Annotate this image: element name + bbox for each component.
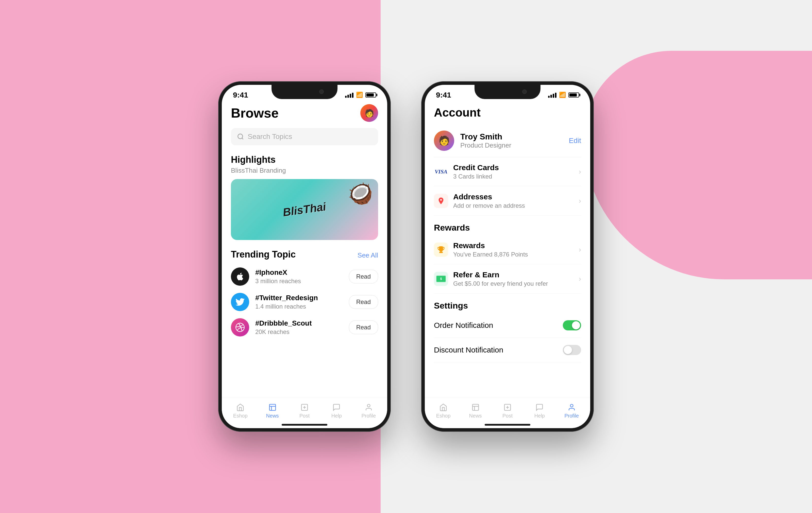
topic-name-1: #IphoneX bbox=[255, 268, 343, 276]
help-icon-left bbox=[332, 403, 341, 411]
order-notification-label: Order Notification bbox=[434, 321, 493, 330]
svg-line-1 bbox=[242, 138, 243, 139]
battery-fill-right bbox=[570, 93, 577, 97]
bottom-nav-right: Eshop News Post bbox=[425, 398, 590, 428]
nav-news-right[interactable]: News bbox=[459, 403, 491, 419]
home-indicator-right bbox=[485, 424, 530, 426]
highlight-image[interactable]: BlisThai 🥥 bbox=[231, 179, 378, 240]
browse-title: Browse bbox=[231, 105, 279, 120]
nav-news-left[interactable]: News bbox=[256, 403, 288, 419]
discount-notification-label: Discount Notification bbox=[434, 346, 503, 354]
profile-info: Troy Smith Product Designer bbox=[460, 132, 563, 149]
addresses-desc: Add or remove an address bbox=[453, 202, 574, 209]
discount-notification-toggle[interactable] bbox=[563, 345, 581, 355]
rewards-item[interactable]: Rewards You've Earned 8,876 Points › bbox=[434, 235, 581, 264]
search-bar[interactable]: Search Topics bbox=[231, 128, 378, 145]
chevron-credit-cards: › bbox=[579, 168, 581, 176]
refer-earn-item[interactable]: $ Refer & Earn Get $5.00 for every frien… bbox=[434, 264, 581, 294]
home-indicator-left bbox=[282, 424, 327, 426]
location-pin-icon bbox=[437, 197, 445, 205]
profile-icon-left bbox=[365, 403, 373, 411]
refer-earn-desc: Get $5.00 for every friend you refer bbox=[453, 280, 574, 287]
pin-icon bbox=[434, 194, 448, 208]
phones-container: 9:41 📶 Brow bbox=[218, 81, 594, 432]
addresses-name: Addresses bbox=[453, 192, 574, 201]
nav-label-profile-left: Profile bbox=[361, 413, 376, 419]
read-button-1[interactable]: Read bbox=[349, 270, 378, 284]
toggle-knob-discount bbox=[564, 346, 572, 354]
apple-icon bbox=[231, 267, 249, 286]
topic-name-2: #Twitter_Redesign bbox=[255, 294, 343, 302]
order-notification-item: Order Notification bbox=[434, 313, 581, 338]
eshop-icon-left bbox=[236, 403, 244, 411]
nav-label-eshop-left: Eshop bbox=[233, 413, 248, 419]
nav-post-right[interactable]: Post bbox=[492, 403, 523, 419]
status-icons-left: 📶 bbox=[345, 92, 376, 98]
profile-avatar: 🧑 bbox=[434, 131, 454, 151]
topic-name-3: #Dribbble_Scout bbox=[255, 319, 343, 327]
wifi-icon-right: 📶 bbox=[559, 92, 566, 98]
post-icon-right bbox=[503, 403, 512, 411]
profile-row[interactable]: 🧑 Troy Smith Product Designer Edit bbox=[434, 125, 581, 157]
nav-help-left[interactable]: Help bbox=[320, 403, 352, 419]
signal-bar-r2 bbox=[550, 95, 552, 98]
edit-button[interactable]: Edit bbox=[569, 137, 581, 145]
trophy-svg-icon bbox=[437, 246, 445, 254]
nav-label-news-right: News bbox=[469, 413, 482, 419]
search-icon bbox=[237, 133, 244, 140]
avatar-browse[interactable]: 🧑 bbox=[360, 104, 378, 122]
trending-title: Trending Topic bbox=[231, 249, 296, 260]
read-button-3[interactable]: Read bbox=[349, 321, 378, 334]
nav-label-post-left: Post bbox=[299, 413, 310, 419]
discount-notification-item: Discount Notification bbox=[434, 338, 581, 362]
credit-cards-item[interactable]: VISA Credit Cards 3 Cards linked › bbox=[434, 157, 581, 186]
nav-profile-right[interactable]: Profile bbox=[556, 403, 588, 419]
settings-section-title: Settings bbox=[434, 294, 581, 313]
topic-reach-3: 20K reaches bbox=[255, 328, 343, 335]
topic-reach-2: 1.4 million reaches bbox=[255, 303, 343, 310]
nav-eshop-left[interactable]: Eshop bbox=[224, 403, 256, 419]
search-placeholder: Search Topics bbox=[248, 133, 292, 141]
see-all-button[interactable]: See All bbox=[357, 251, 378, 259]
signal-bar-r1 bbox=[548, 96, 550, 98]
news-icon-right bbox=[471, 403, 480, 411]
rewards-section-title: Rewards bbox=[434, 216, 581, 235]
read-button-2[interactable]: Read bbox=[349, 295, 378, 309]
signal-bar-1 bbox=[345, 96, 347, 98]
nav-label-help-right: Help bbox=[534, 413, 545, 419]
svg-text:$: $ bbox=[440, 277, 442, 280]
nav-label-help-left: Help bbox=[331, 413, 342, 419]
addresses-info: Addresses Add or remove an address bbox=[453, 192, 574, 209]
signal-bar-3 bbox=[350, 94, 351, 98]
nav-profile-left[interactable]: Profile bbox=[353, 403, 385, 419]
status-icons-right: 📶 bbox=[548, 92, 579, 98]
nav-post-left[interactable]: Post bbox=[289, 403, 320, 419]
notch-left bbox=[271, 85, 338, 99]
rewards-info: Rewards You've Earned 8,876 Points bbox=[453, 241, 574, 258]
phone-browse-screen: 9:41 📶 Brow bbox=[222, 85, 387, 428]
nav-help-right[interactable]: Help bbox=[523, 403, 555, 419]
credit-cards-desc: 3 Cards linked bbox=[453, 173, 574, 180]
nav-label-post-right: Post bbox=[502, 413, 513, 419]
account-content: Account 🧑 Troy Smith Product Designer Ed… bbox=[425, 102, 590, 398]
phone-browse: 9:41 📶 Brow bbox=[218, 81, 391, 432]
trending-header: Trending Topic See All bbox=[231, 249, 378, 261]
chevron-refer: › bbox=[579, 275, 581, 283]
notch-right bbox=[474, 85, 541, 99]
nav-eshop-right[interactable]: Eshop bbox=[427, 403, 459, 419]
visa-icon: VISA bbox=[434, 165, 448, 179]
addresses-item[interactable]: Addresses Add or remove an address › bbox=[434, 186, 581, 216]
highlights-title: Highlights bbox=[231, 155, 378, 165]
post-icon-left bbox=[300, 403, 309, 411]
order-notification-toggle[interactable] bbox=[563, 320, 581, 330]
signal-right bbox=[548, 92, 556, 98]
dribbble-icon bbox=[231, 318, 249, 336]
money-icon: $ bbox=[434, 272, 448, 286]
signal-bar-r3 bbox=[553, 94, 554, 98]
chevron-rewards: › bbox=[579, 246, 581, 254]
battery-fill-left bbox=[367, 93, 374, 97]
camera-left bbox=[319, 89, 324, 94]
rewards-desc: You've Earned 8,876 Points bbox=[453, 251, 574, 258]
profile-icon-right bbox=[568, 403, 576, 411]
wifi-icon-left: 📶 bbox=[356, 92, 363, 98]
